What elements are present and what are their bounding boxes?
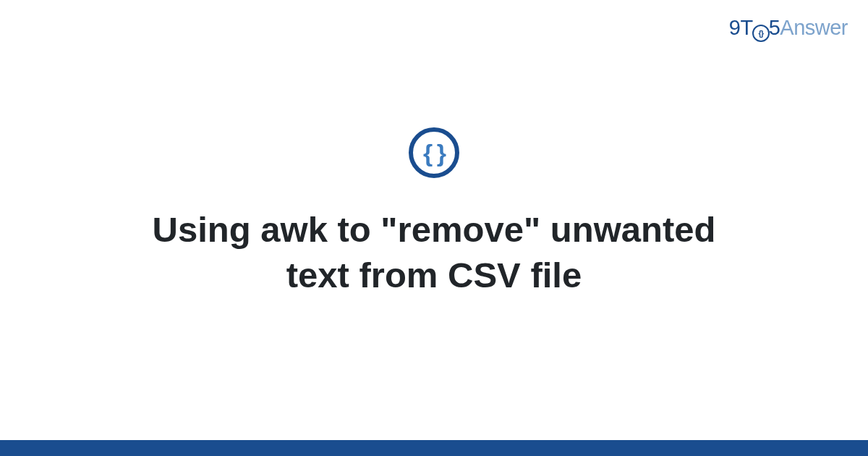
bottom-accent-bar [0,440,868,456]
code-badge-icon: { } [409,127,459,178]
code-badge-symbol: { } [423,139,445,167]
main-content: { } Using awk to "remove" unwanted text … [0,0,868,440]
page-title: Using awk to "remove" unwanted text from… [101,207,767,297]
